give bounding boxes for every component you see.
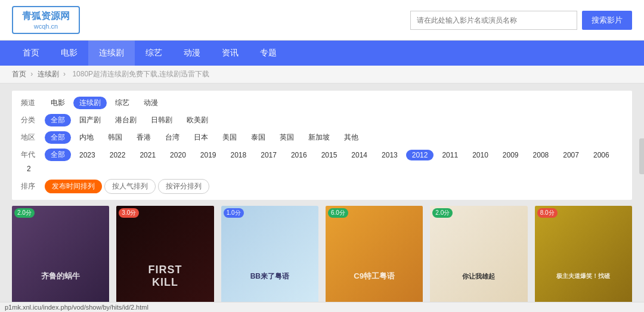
region-taiwan[interactable]: 台湾 — [159, 131, 185, 144]
year-2006[interactable]: 2006 — [587, 150, 615, 160]
nav-item-news[interactable]: 资讯 — [211, 41, 249, 66]
breadcrumb-current: 1080P超清连续剧免费下载,连续剧迅雷下载 — [72, 70, 209, 78]
sort-filter-row: 排序 发布时间排列 按人气排列 按评分排列 — [21, 179, 623, 194]
nav-item-variety[interactable]: 综艺 — [135, 41, 173, 66]
thumb-2: FIRSTKILL — [116, 206, 213, 312]
year-2009[interactable]: 2009 — [497, 150, 525, 160]
movie-card-3[interactable]: BB来了粤语 1.0分 BB来了粤语 主演：廖家龄,李佐弘,薛… — [221, 206, 318, 312]
year-2012[interactable]: 2012 — [406, 150, 434, 160]
year-2020[interactable]: 2020 — [164, 150, 192, 160]
year-2008[interactable]: 2008 — [527, 150, 555, 160]
region-usa[interactable]: 美国 — [216, 131, 243, 144]
year-2007[interactable]: 2007 — [557, 150, 585, 160]
score-1: 2.0分 — [14, 208, 35, 218]
main-nav: 首页 电影 连续剧 综艺 动漫 资讯 专题 — [0, 41, 644, 66]
region-mainland[interactable]: 内地 — [73, 131, 100, 144]
year-2015[interactable]: 2015 — [315, 150, 343, 160]
year-2013[interactable]: 2013 — [376, 150, 404, 160]
year-more[interactable]: 2 — [21, 163, 37, 174]
thumb-5: 你让我雄起 — [430, 206, 527, 312]
movie-card-6[interactable]: 极主夫道爆笑！找碴 8.0分 极主夫道爆笑！找碴 SP版：王木道,川门靠… — [535, 206, 632, 312]
nav-item-special[interactable]: 专题 — [249, 41, 287, 66]
year-2019[interactable]: 2019 — [194, 150, 222, 160]
type-all[interactable]: 全部 — [45, 114, 71, 126]
movie-card-1[interactable]: 齐鲁的蜗牛 2.0分 齐鲁的蜗牛 主演：达明·弗苏利亚… — [12, 206, 109, 312]
nav-item-home[interactable]: 首页 — [12, 41, 50, 66]
year-2018[interactable]: 2018 — [225, 150, 253, 160]
region-all[interactable]: 全部 — [45, 131, 71, 144]
nav-item-anime[interactable]: 动漫 — [173, 41, 211, 66]
year-2022[interactable]: 2022 — [104, 150, 132, 160]
filter-section: 频道 电影 连续剧 综艺 动漫 分类 全部 国产剧 港台剧 日韩剧 欧美剧 地区… — [12, 91, 632, 200]
score-6: 8.0分 — [537, 208, 558, 218]
year-label: 年代 — [21, 150, 42, 160]
year-2014[interactable]: 2014 — [345, 150, 373, 160]
region-label: 地区 — [21, 132, 42, 143]
header: 青狐资源网 wcqh.cn 搜索影片 — [0, 0, 644, 41]
type-western[interactable]: 欧美剧 — [181, 114, 214, 126]
main-content: 频道 电影 连续剧 综艺 动漫 分类 全部 国产剧 港台剧 日韩剧 欧美剧 地区… — [0, 84, 644, 312]
region-japan[interactable]: 日本 — [188, 131, 214, 144]
region-korea[interactable]: 韩国 — [102, 131, 128, 144]
year-2017[interactable]: 2017 — [255, 150, 283, 160]
region-other[interactable]: 其他 — [338, 131, 364, 144]
type-domestic[interactable]: 国产剧 — [73, 114, 107, 126]
thumb-1: 齐鲁的蜗牛 — [12, 206, 109, 312]
type-hktw[interactable]: 港台剧 — [109, 114, 143, 126]
search-area: 搜索影片 — [410, 11, 632, 30]
year-2016[interactable]: 2016 — [285, 150, 313, 160]
logo-title: 青狐资源网 — [22, 10, 70, 23]
genre-series[interactable]: 连续剧 — [73, 97, 107, 109]
region-filter-row: 地区 全部 内地 韩国 香港 台湾 日本 美国 泰国 英国 新加坡 其他 — [21, 131, 623, 144]
region-singapore[interactable]: 新加坡 — [302, 131, 336, 144]
thumb-3: BB来了粤语 — [221, 206, 318, 312]
statusbar-text: p1mk.xnl.icu/index.php/vod/show/by/hits/… — [5, 304, 148, 311]
year-filter-row: 年代 全部 2023 2022 2021 2020 2019 2018 2017… — [21, 149, 623, 174]
year-2010[interactable]: 2010 — [466, 150, 494, 160]
score-4: 6.0分 — [328, 208, 348, 218]
thumb-6: 极主夫道爆笑！找碴 — [535, 206, 632, 312]
movie-grid-row1: 齐鲁的蜗牛 2.0分 齐鲁的蜗牛 主演：达明·弗苏利亚… FIRSTKILL 3… — [12, 206, 632, 312]
region-hk[interactable]: 香港 — [131, 131, 157, 144]
genre-label: 频道 — [21, 98, 42, 108]
search-input[interactable] — [410, 11, 577, 30]
year-all[interactable]: 全部 — [45, 149, 71, 161]
search-button[interactable]: 搜索影片 — [582, 11, 632, 30]
sort-by-rating[interactable]: 按评分排列 — [158, 179, 209, 194]
nav-item-movie[interactable]: 电影 — [50, 41, 88, 66]
type-jpkr[interactable]: 日韩剧 — [145, 114, 178, 126]
type-label: 分类 — [21, 115, 42, 125]
year-2023[interactable]: 2023 — [73, 150, 101, 160]
sort-by-time[interactable]: 发布时间排列 — [45, 180, 102, 193]
nav-item-series[interactable]: 连续剧 — [88, 41, 135, 66]
breadcrumb: 首页 › 连续剧 › 1080P超清连续剧免费下载,连续剧迅雷下载 — [0, 66, 644, 84]
genre-anime[interactable]: 动漫 — [138, 97, 164, 109]
score-2: 3.0分 — [119, 208, 139, 218]
movie-card-4[interactable]: C9特工粤语 6.0分 C9特工粤语 主演：葛海宁,马国明,黎… — [326, 206, 423, 312]
sort-label: 排序 — [21, 181, 42, 191]
movie-card-2[interactable]: FIRSTKILL 3.0分 一箭钟情 主演：苏拉·伊慧慧·麻常… — [116, 206, 213, 312]
score-5: 2.0分 — [432, 208, 453, 218]
year-2021[interactable]: 2021 — [134, 150, 162, 160]
logo: 青狐资源网 wcqh.cn — [12, 6, 80, 34]
type-filter-row: 分类 全部 国产剧 港台剧 日韩剧 欧美剧 — [21, 114, 623, 126]
genre-movie[interactable]: 电影 — [45, 97, 71, 109]
sidebar-handle[interactable] — [639, 138, 644, 174]
score-3: 1.0分 — [224, 208, 244, 218]
genre-filter-row: 频道 电影 连续剧 综艺 动漫 — [21, 97, 623, 109]
movie-card-5[interactable]: 你让我雄起 2.0分 你让我雄起 主演：尹施允,安宰弦,朴… — [430, 206, 527, 312]
thumb-4: C9特工粤语 — [326, 206, 423, 312]
logo-subtitle: wcqh.cn — [34, 23, 58, 30]
genre-variety[interactable]: 综艺 — [109, 97, 135, 109]
region-uk[interactable]: 英国 — [274, 131, 300, 144]
breadcrumb-series[interactable]: 连续剧 — [38, 70, 59, 78]
region-thailand[interactable]: 泰国 — [245, 131, 271, 144]
breadcrumb-home[interactable]: 首页 — [12, 70, 26, 78]
year-2011[interactable]: 2011 — [436, 150, 464, 160]
statusbar: p1mk.xnl.icu/index.php/vod/show/by/hits/… — [0, 302, 644, 312]
sort-by-popularity[interactable]: 按人气排列 — [104, 179, 156, 194]
